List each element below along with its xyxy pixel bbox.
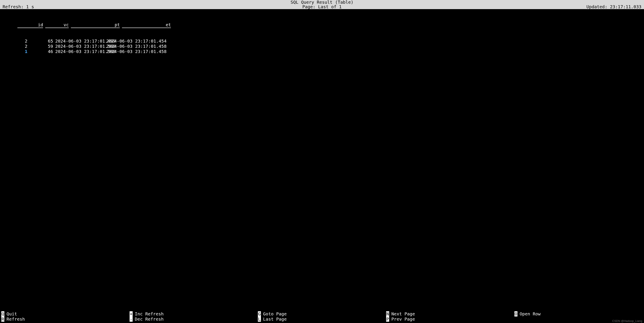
hotkey-key: R <box>1 317 4 322</box>
page-status: Page: Last of 1 <box>0 4 644 9</box>
table-cell: 46 <box>30 49 53 54</box>
updated-status: Updated: 23:17:11.033 <box>586 4 642 9</box>
hotkey-label: Next Page <box>391 311 415 317</box>
hotkey-label: Quit <box>6 311 17 317</box>
hotkey-item[interactable]: NNext Page <box>386 311 514 317</box>
table-cell: 65 <box>30 38 53 44</box>
hotkey-item[interactable]: RRefresh <box>1 317 130 322</box>
table-cell: 59 <box>30 44 53 49</box>
watermark: CSDN @Hadoop_Liang <box>612 319 642 323</box>
header-status-row: Refresh: 1 s Page: Last of 1 Updated: 23… <box>2 4 642 9</box>
hotkey-key: + <box>130 311 133 317</box>
table-cell: 2024-06-03 23:17:01.500 <box>55 49 104 54</box>
hotkey-key: - <box>130 317 133 322</box>
hotkey-key: N <box>386 311 389 317</box>
hotkey-key: Q <box>1 311 4 317</box>
column-header-vc[interactable]: vc <box>45 22 69 28</box>
result-table: idvcptet 2652024-06-03 23:17:01.4992024-… <box>0 9 644 59</box>
hotkey-item[interactable]: +Inc Refresh <box>130 311 258 317</box>
hotkey-label: Open Row <box>520 311 540 317</box>
hotkey-item[interactable]: OOpen Row <box>514 311 643 317</box>
column-header-pt[interactable]: pt <box>71 22 120 28</box>
table-row[interactable]: 1462024-06-03 23:17:01.5002024-06-03 23:… <box>2 49 642 54</box>
hotkey-item[interactable]: GGoto Page <box>258 311 386 317</box>
hotkey-label: Refresh <box>6 317 25 322</box>
hotkey-label: Goto Page <box>263 311 286 317</box>
header-bar: SQL Query Result (Table) Refresh: 1 s Pa… <box>0 0 644 9</box>
refresh-status: Refresh: 1 s <box>2 4 34 9</box>
footer-hotkeys: QQuit+Inc RefreshGGoto PageNNext PageOOp… <box>0 311 644 323</box>
column-header-et[interactable]: et <box>122 22 171 28</box>
table-cell: 2024-06-03 23:17:01.454 <box>106 38 155 44</box>
hotkey-label: Inc Refresh <box>135 311 164 317</box>
hotkey-item[interactable]: PPrev Page <box>386 317 514 322</box>
hotkey-item[interactable]: QQuit <box>1 311 130 317</box>
hotkey-label: Dec Refresh <box>135 317 164 322</box>
hotkey-label: Prev Page <box>391 317 415 322</box>
hotkey-key: O <box>514 311 518 317</box>
table-cell: 2024-06-03 23:17:01.458 <box>106 49 155 54</box>
hotkey-item[interactable]: LLast Page <box>258 317 386 322</box>
table-row[interactable]: 2592024-06-03 23:17:01.5002024-06-03 23:… <box>2 44 642 49</box>
hotkey-item[interactable]: -Dec Refresh <box>130 317 258 322</box>
header-title: SQL Query Result (Table) <box>2 0 642 4</box>
table-cell: 2 <box>2 44 28 49</box>
table-cell: 2024-06-03 23:17:01.500 <box>55 44 104 49</box>
table-cell: 2 <box>2 38 28 44</box>
table-cell: 2024-06-03 23:17:01.499 <box>55 38 104 44</box>
hotkey-label: Last Page <box>263 317 286 322</box>
table-body: 2652024-06-03 23:17:01.4992024-06-03 23:… <box>2 38 642 54</box>
table-header-row: idvcptet <box>7 17 171 33</box>
hotkey-key: L <box>258 317 261 322</box>
table-cell: 2024-06-03 23:17:01.458 <box>106 44 155 49</box>
column-header-id[interactable]: id <box>18 22 43 28</box>
table-row[interactable]: 2652024-06-03 23:17:01.4992024-06-03 23:… <box>2 38 642 44</box>
table-cell: 1 <box>2 49 28 54</box>
hotkey-key: P <box>386 317 389 322</box>
hotkey-key: G <box>258 311 261 317</box>
